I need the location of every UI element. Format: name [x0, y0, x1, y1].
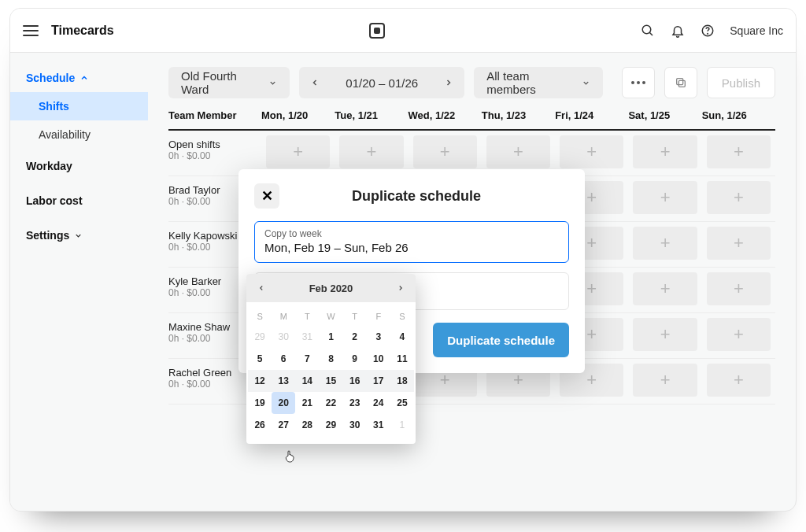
weekday-label: S — [248, 307, 272, 326]
calendar-day[interactable]: 21 — [295, 392, 319, 414]
calendar-day[interactable]: 26 — [248, 414, 272, 436]
prev-month-button[interactable] — [254, 281, 268, 295]
calendar-day: 29 — [248, 326, 272, 348]
calendar-day[interactable]: 22 — [319, 392, 342, 414]
calendar-day[interactable]: 23 — [343, 392, 367, 414]
calendar-day[interactable]: 6 — [272, 348, 295, 370]
calendar-day: 31 — [295, 326, 319, 348]
calendar-day[interactable]: 31 — [367, 414, 390, 436]
calendar-day[interactable]: 2 — [343, 326, 367, 348]
close-button[interactable]: ✕ — [254, 183, 279, 209]
calendar-day[interactable]: 16 — [343, 370, 367, 392]
next-month-button[interactable] — [394, 281, 408, 295]
close-icon: ✕ — [261, 187, 273, 205]
cursor-icon — [283, 449, 296, 464]
field-value: Mon, Feb 19 – Sun, Feb 26 — [264, 241, 559, 254]
copy-to-week-field[interactable]: Copy to week Mon, Feb 19 – Sun, Feb 26 — [254, 221, 569, 263]
primary-btn-label: Duplicate schedule — [447, 334, 555, 347]
date-picker: Feb 2020 SMTWTFS293031123456789101112131… — [246, 274, 416, 444]
field-label: Copy to week — [264, 228, 559, 239]
month-label: Feb 2020 — [309, 283, 353, 294]
calendar-day[interactable]: 4 — [390, 326, 414, 348]
calendar-day[interactable]: 29 — [319, 414, 342, 436]
calendar-day[interactable]: 11 — [390, 348, 414, 370]
calendar-day[interactable]: 14 — [295, 370, 319, 392]
calendar-day[interactable]: 8 — [319, 348, 342, 370]
calendar-day[interactable]: 9 — [343, 348, 367, 370]
calendar-day[interactable]: 10 — [367, 348, 390, 370]
weekday-label: W — [319, 307, 342, 326]
weekday-label: T — [343, 307, 367, 326]
calendar-day[interactable]: 7 — [295, 348, 319, 370]
calendar-day[interactable]: 15 — [319, 370, 342, 392]
calendar-day[interactable]: 12 — [248, 370, 272, 392]
calendar-day[interactable]: 30 — [343, 414, 367, 436]
calendar-day[interactable]: 5 — [248, 348, 272, 370]
weekday-label: T — [295, 307, 319, 326]
weekday-label: M — [272, 307, 295, 326]
calendar-day[interactable]: 28 — [295, 414, 319, 436]
weekday-label: F — [367, 307, 390, 326]
calendar-day: 30 — [272, 326, 295, 348]
calendar-day[interactable]: 1 — [319, 326, 342, 348]
calendar-day[interactable]: 17 — [367, 370, 390, 392]
duplicate-schedule-button[interactable]: Duplicate schedule — [433, 323, 569, 357]
modal-title: Duplicate schedule — [290, 188, 569, 205]
calendar-day[interactable]: 24 — [367, 392, 390, 414]
calendar-day[interactable]: 25 — [390, 392, 414, 414]
calendar-day[interactable]: 20 — [272, 392, 295, 414]
weekday-label: S — [390, 307, 414, 326]
calendar-day[interactable]: 27 — [272, 414, 295, 436]
calendar-day: 1 — [390, 414, 414, 436]
calendar-day[interactable]: 18 — [390, 370, 414, 392]
calendar-day[interactable]: 13 — [272, 370, 295, 392]
calendar-day[interactable]: 19 — [248, 392, 272, 414]
calendar-day[interactable]: 3 — [367, 326, 390, 348]
modal-overlay: ✕ Duplicate schedule Copy to week Mon, F… — [10, 9, 796, 511]
